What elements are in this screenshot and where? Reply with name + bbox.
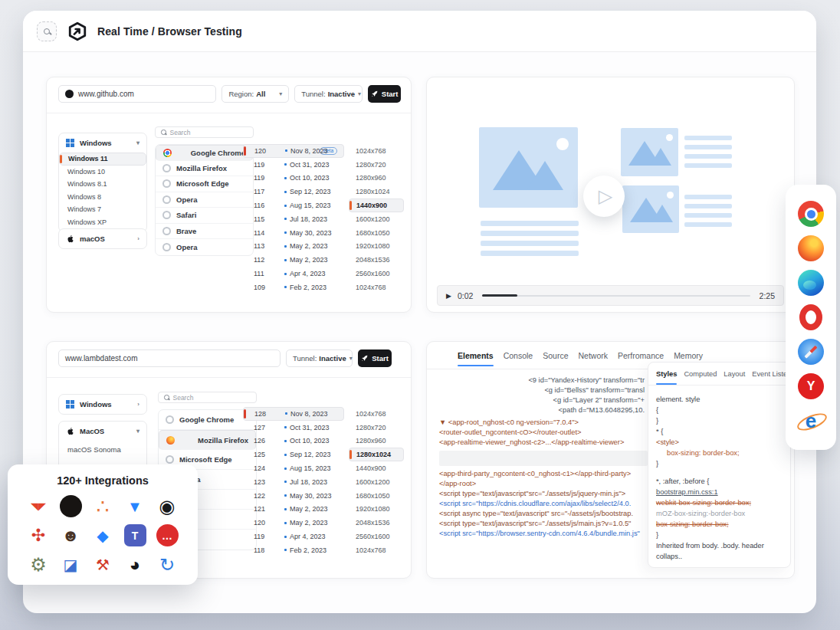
resolution-item[interactable]: 1024x768 bbox=[349, 144, 404, 158]
version-item[interactable]: 119 Oct 10, 2023 bbox=[243, 172, 344, 185]
url-input[interactable]: www.github.com bbox=[58, 85, 216, 103]
resolution-item[interactable]: 2560x1600 bbox=[349, 530, 404, 543]
version-item[interactable]: 128 Nov 8, 2023 bbox=[243, 407, 344, 421]
version-item[interactable]: 119 Apr 4, 2023 bbox=[243, 530, 344, 543]
region-select[interactable]: Region:All ▾ bbox=[221, 85, 289, 103]
os-group-macos-header[interactable]: macOS › bbox=[59, 229, 146, 248]
seek-bar[interactable] bbox=[482, 295, 750, 297]
resolution-item[interactable]: 1680x1050 bbox=[349, 489, 404, 503]
resolution-item[interactable]: 2048x1536 bbox=[349, 516, 404, 530]
version-item[interactable]: 115 Jul 18, 2023 bbox=[243, 212, 344, 226]
resolution-item[interactable]: 1024x768 bbox=[349, 543, 404, 557]
resolution-item[interactable]: 1920x1080 bbox=[349, 503, 404, 517]
os-version-item[interactable]: macOS Sonoma bbox=[59, 441, 146, 458]
resolution-item[interactable]: 1600x1200 bbox=[349, 475, 404, 489]
os-version-item[interactable]: Windows 7 bbox=[59, 203, 146, 216]
devtools-tab[interactable]: Console bbox=[504, 351, 533, 366]
os-version-item[interactable]: Windows 11 bbox=[59, 153, 146, 166]
kibana-icon: ◪ bbox=[60, 553, 82, 576]
resolution-item[interactable]: 1280x720 bbox=[349, 158, 404, 172]
devtools-tab[interactable]: Source bbox=[543, 351, 568, 366]
resolution-item[interactable]: 1024x768 bbox=[349, 407, 404, 421]
version-item[interactable]: 121 May 2, 2023 bbox=[243, 503, 344, 517]
browser-item[interactable]: Safari bbox=[156, 208, 253, 224]
version-item[interactable]: 116 Aug 15, 2023 bbox=[243, 199, 344, 212]
browser-item[interactable]: Microsoft Edge bbox=[156, 176, 253, 192]
code-line: <app-third-party_ngcontent-c0_nghost-c1>… bbox=[439, 469, 648, 479]
styles-tab[interactable]: Layout bbox=[724, 370, 745, 385]
sync-icon: ↻ bbox=[156, 553, 179, 576]
os-group-windows-header[interactable]: Windows ▾ bbox=[59, 133, 146, 153]
browser-item[interactable]: Google Chrome bbox=[156, 145, 253, 161]
styles-tab[interactable]: Styles bbox=[656, 370, 677, 385]
edge-icon[interactable] bbox=[798, 270, 824, 296]
internet-explorer-icon[interactable]: e bbox=[798, 408, 824, 434]
opera-icon bbox=[162, 195, 171, 204]
version-item[interactable]: 123 Jul 18, 2023 bbox=[243, 475, 344, 489]
play-button[interactable]: ▷ bbox=[583, 176, 625, 217]
edge-icon bbox=[166, 455, 174, 464]
os-version-item[interactable]: Windows XP bbox=[59, 216, 146, 229]
version-item[interactable]: 109 Feb 2, 2023 bbox=[243, 281, 344, 294]
browser-item[interactable]: Opera bbox=[156, 192, 253, 208]
resolution-item[interactable]: 1280x720 bbox=[349, 421, 404, 435]
version-item[interactable]: 124 Aug 15, 2023 bbox=[243, 461, 344, 475]
version-item[interactable]: 111 Apr 4, 2023 bbox=[243, 267, 344, 281]
version-item[interactable]: 126 Oct 10, 2023 bbox=[243, 435, 344, 448]
opera-icon[interactable] bbox=[799, 304, 822, 330]
version-item[interactable]: 113 May 2, 2023 bbox=[243, 240, 344, 254]
start-button[interactable]: Start bbox=[358, 349, 392, 367]
yandex-icon[interactable]: Y bbox=[798, 373, 824, 399]
resolution-item[interactable]: 1280x960 bbox=[349, 435, 404, 448]
resolution-item[interactable]: 1600x1200 bbox=[349, 212, 404, 226]
firefox-icon[interactable] bbox=[798, 235, 824, 261]
os-version-item[interactable]: Windows 8 bbox=[59, 191, 146, 204]
browser-search-input[interactable]: Search bbox=[155, 126, 254, 138]
resolution-item[interactable]: 1280x960 bbox=[349, 172, 404, 185]
browser-item[interactable]: Mozilla Firefox bbox=[159, 430, 256, 450]
version-item[interactable]: 117 Sep 12, 2023 bbox=[243, 185, 344, 199]
resolution-item[interactable]: 2560x1600 bbox=[349, 267, 404, 281]
styles-tab[interactable]: Computed bbox=[684, 370, 717, 385]
version-item[interactable]: 122 May 30, 2023 bbox=[243, 489, 344, 503]
browser-search-input[interactable]: Search bbox=[158, 392, 257, 403]
os-version-item[interactable]: Windows 8.1 bbox=[59, 178, 146, 191]
rocket-icon bbox=[361, 355, 368, 362]
styles-tab-bar: StylesComputedLayoutEvent Listeners bbox=[648, 363, 790, 386]
tunnel-select[interactable]: Tunnel:Inactive ▾ bbox=[294, 85, 363, 103]
player-play-icon[interactable]: ▶ bbox=[446, 292, 451, 300]
os-group-windows-header[interactable]: Windows › bbox=[59, 395, 146, 414]
tunnel-select[interactable]: Tunnel:Inactive ▾ bbox=[286, 349, 353, 367]
browser-item[interactable]: Brave bbox=[156, 224, 253, 240]
version-item[interactable]: 112 May 2, 2023 bbox=[243, 253, 344, 267]
resolution-item[interactable]: 1280x1024 bbox=[349, 185, 404, 199]
text-line-placeholder bbox=[684, 154, 732, 159]
safari-icon[interactable] bbox=[798, 339, 824, 365]
browser-item[interactable]: Google Chrome bbox=[159, 410, 256, 430]
version-item[interactable]: 127 Oct 31, 2023 bbox=[243, 421, 344, 435]
version-item[interactable]: 118 Feb 2, 2023 bbox=[243, 543, 344, 557]
version-item[interactable]: 120 Beta Nov 8, 2023 bbox=[243, 144, 344, 158]
resolution-item[interactable]: 1280x1024 bbox=[349, 448, 404, 461]
resolution-item[interactable]: 1024x768 bbox=[349, 281, 404, 294]
resolution-item[interactable]: 1920x1080 bbox=[349, 240, 404, 254]
version-item[interactable]: 120 May 2, 2023 bbox=[243, 516, 344, 530]
os-version-item[interactable]: Windows 10 bbox=[59, 166, 146, 179]
resolution-item[interactable]: 2048x1536 bbox=[349, 253, 404, 267]
resolution-item[interactable]: 1440x900 bbox=[349, 461, 404, 475]
browser-item[interactable]: Opera bbox=[156, 239, 253, 255]
devtools-tab[interactable]: Network bbox=[579, 351, 609, 366]
start-button[interactable]: Start bbox=[368, 85, 401, 103]
browser-item[interactable]: Mozilla Firefox bbox=[156, 161, 253, 177]
search-button[interactable] bbox=[37, 21, 57, 41]
version-item[interactable]: 114 May 30, 2023 bbox=[243, 226, 344, 240]
resolution-item[interactable]: 1440x900 bbox=[349, 199, 404, 212]
chrome-icon[interactable] bbox=[798, 201, 824, 227]
devtools-tab[interactable]: Elements bbox=[458, 351, 494, 366]
opera-icon bbox=[162, 243, 171, 251]
url-input[interactable]: www.lambdatest.com bbox=[58, 349, 281, 367]
version-item[interactable]: 119 Oct 31, 2023 bbox=[243, 158, 344, 172]
version-item[interactable]: 125 Sep 12, 2023 bbox=[243, 448, 344, 461]
resolution-item[interactable]: 1680x1050 bbox=[349, 226, 404, 240]
os-group-macos-header[interactable]: MacOS ▾ bbox=[59, 422, 146, 441]
